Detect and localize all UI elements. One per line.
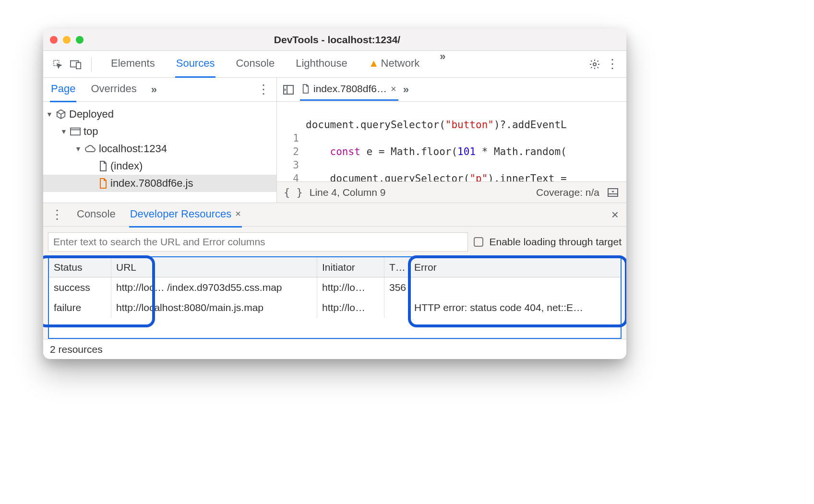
cursor-position: Line 4, Column 9 xyxy=(310,187,386,198)
file-icon xyxy=(302,84,310,94)
table-header: Status URL Initiator T… Error xyxy=(49,257,621,277)
editor-more-tabs-icon[interactable]: » xyxy=(403,84,409,96)
toggle-navigator-icon[interactable] xyxy=(282,83,295,96)
cell-error: HTTP error: status code 404, net::E… xyxy=(409,298,621,318)
devtools-window: DevTools - localhost:1234/ Elements Sour… xyxy=(43,29,626,359)
device-toolbar-icon[interactable] xyxy=(69,58,83,71)
cell-t xyxy=(384,298,409,318)
editor-status-bar: { } Line 4, Column 9 Coverage: n/a xyxy=(277,181,626,203)
tab-lighthouse[interactable]: Lighthouse xyxy=(295,50,348,78)
svg-rect-2 xyxy=(76,62,81,69)
maximize-button[interactable] xyxy=(76,36,84,44)
navigator-pane: Page Overrides » ⋮ ▼ Deployed ▼ top xyxy=(43,78,277,203)
cell-status: failure xyxy=(49,298,111,318)
tab-console[interactable]: Console xyxy=(235,50,275,78)
col-error[interactable]: Error xyxy=(409,257,621,277)
tab-elements[interactable]: Elements xyxy=(110,50,156,78)
traffic-lights xyxy=(50,36,84,44)
navigator-kebab-icon[interactable]: ⋮ xyxy=(257,82,270,97)
settings-icon[interactable] xyxy=(588,58,601,71)
tree-top[interactable]: ▼ top xyxy=(43,123,276,140)
tree-file-selected[interactable]: index.7808df6e.js xyxy=(43,175,276,192)
resources-table: Status URL Initiator T… Error success ht… xyxy=(48,256,622,339)
code-editor[interactable]: 12345 document.querySelector("button")?.… xyxy=(277,102,626,181)
inspect-icon[interactable] xyxy=(51,58,64,71)
svg-rect-8 xyxy=(608,189,618,196)
tab-network[interactable]: ▲Network xyxy=(368,50,420,78)
drawer-body: Enable loading through target Status URL… xyxy=(43,227,626,339)
caret-down-icon: ▼ xyxy=(60,128,67,135)
tree-index-label: (index) xyxy=(110,160,143,172)
close-tab-icon[interactable]: × xyxy=(391,84,396,95)
tree-index[interactable]: (index) xyxy=(43,157,276,175)
cell-status: success xyxy=(49,277,111,298)
editor-file-tab-label: index.7808df6… xyxy=(313,83,387,95)
kebab-menu-icon[interactable]: ⋮ xyxy=(606,57,619,72)
tree-host-label: localhost:1234 xyxy=(99,143,167,155)
drawer-tab-console[interactable]: Console xyxy=(76,202,117,228)
caret-down-icon: ▼ xyxy=(46,110,53,118)
tree-host[interactable]: ▼ localhost:1234 xyxy=(43,140,276,157)
navigator-tab-overrides[interactable]: Overrides xyxy=(90,77,137,102)
drawer-tab-devres[interactable]: Developer Resources × xyxy=(129,202,242,228)
cloud-icon xyxy=(84,144,96,153)
tree-top-label: top xyxy=(84,125,98,138)
close-drawer-icon[interactable]: × xyxy=(611,207,619,222)
titlebar: DevTools - localhost:1234/ xyxy=(43,29,626,51)
table-row-empty xyxy=(49,318,621,338)
code-content: document.querySelector("button")?.addEve… xyxy=(306,102,567,181)
drawer-kebab-icon[interactable]: ⋮ xyxy=(51,207,63,222)
enable-loading-checkbox[interactable] xyxy=(474,237,483,247)
frame-icon xyxy=(70,127,81,136)
pretty-print-icon[interactable]: { } xyxy=(284,186,303,198)
tab-network-label: Network xyxy=(381,57,420,69)
cell-initiator: http://lo… xyxy=(317,298,384,318)
caret-down-icon: ▼ xyxy=(75,145,82,153)
svg-point-3 xyxy=(593,63,596,66)
navigator-more-icon[interactable]: » xyxy=(151,84,157,96)
tree-deployed-label: Deployed xyxy=(69,108,114,120)
coverage-status: Coverage: n/a xyxy=(536,187,599,198)
tree-deployed[interactable]: ▼ Deployed xyxy=(43,106,276,123)
drawer-tabs: ⋮ Console Developer Resources × × xyxy=(43,203,626,227)
tab-sources[interactable]: Sources xyxy=(175,50,216,78)
cell-initiator: http://lo… xyxy=(317,277,384,298)
table-row[interactable]: success http://loc… /index.d9703d55.css.… xyxy=(49,277,621,298)
js-file-icon xyxy=(99,178,108,189)
close-drawer-tab-icon[interactable]: × xyxy=(235,208,241,219)
table-row[interactable]: failure http://localhost:8080/main.js.ma… xyxy=(49,298,621,318)
drawer-footer: 2 resources xyxy=(43,339,626,359)
drawer-tab-devres-label: Developer Resources xyxy=(130,208,232,220)
cell-url: http://localhost:8080/main.js.map xyxy=(111,298,317,318)
minimize-button[interactable] xyxy=(63,36,71,44)
more-tabs-icon[interactable]: » xyxy=(440,50,445,78)
warning-icon: ▲ xyxy=(369,57,379,69)
editor-tabs: index.7808df6… × » xyxy=(277,78,626,102)
editor-file-tab[interactable]: index.7808df6… × xyxy=(300,78,398,101)
table-body: success http://loc… /index.d9703d55.css.… xyxy=(49,277,621,338)
navigator-tab-page[interactable]: Page xyxy=(50,77,76,102)
file-tree: ▼ Deployed ▼ top ▼ localhost:1234 (index… xyxy=(43,102,276,203)
col-t[interactable]: T… xyxy=(384,257,409,277)
navigator-tabs: Page Overrides » ⋮ xyxy=(43,78,276,102)
window-title: DevTools - localhost:1234/ xyxy=(84,34,591,46)
divider xyxy=(91,57,92,72)
cube-icon xyxy=(56,109,66,120)
toggle-sidebar-icon[interactable] xyxy=(606,186,620,199)
tree-file-label: index.7808df6e.js xyxy=(110,177,193,190)
sources-panel: Page Overrides » ⋮ ▼ Deployed ▼ top xyxy=(43,78,626,203)
url-filter-input[interactable] xyxy=(48,232,468,252)
main-tabs: Elements Sources Console Lighthouse ▲Net… xyxy=(43,51,626,78)
col-initiator[interactable]: Initiator xyxy=(317,257,384,277)
close-button[interactable] xyxy=(50,36,58,44)
filter-row: Enable loading through target xyxy=(48,231,622,252)
resource-count: 2 resources xyxy=(50,344,103,355)
col-status[interactable]: Status xyxy=(49,257,111,277)
svg-rect-4 xyxy=(71,128,80,135)
line-gutter: 12345 xyxy=(277,102,306,181)
col-url[interactable]: URL xyxy=(111,257,317,277)
cell-t: 356 xyxy=(384,277,409,298)
editor-pane: index.7808df6… × » 12345 document.queryS… xyxy=(277,78,626,203)
enable-loading-label: Enable loading through target xyxy=(489,236,622,248)
cell-url: http://loc… /index.d9703d55.css.map xyxy=(111,277,317,298)
